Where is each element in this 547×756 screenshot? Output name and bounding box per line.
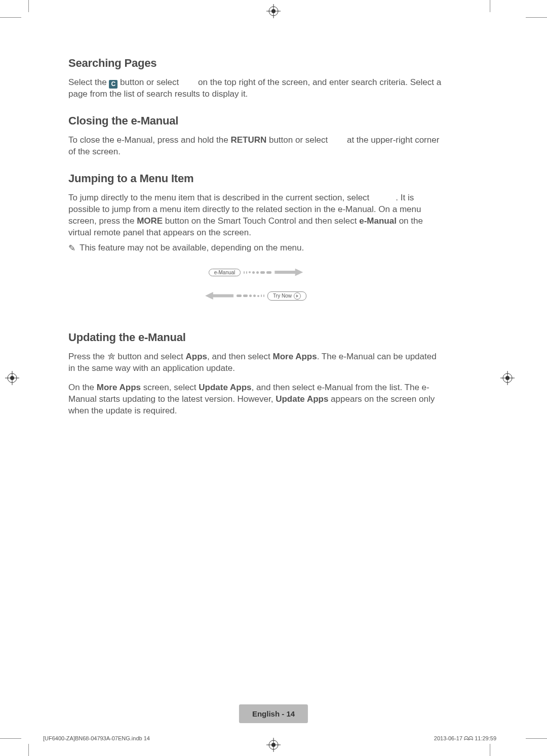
pill-label: Try Now — [273, 293, 292, 299]
crop-mark — [490, 744, 490, 756]
trynow-pill: Try Now — [267, 291, 306, 301]
more-apps-label: More Apps — [97, 383, 141, 392]
print-footer: [UF6400-ZA]BN68-04793A-07ENG.indb 14 201… — [43, 735, 496, 742]
emanual-pill: e-Manual — [209, 269, 241, 276]
text: button or select — [266, 135, 330, 145]
text: button or select — [118, 77, 181, 87]
c-button-icon: C — [109, 80, 118, 89]
arrow-right-icon — [275, 269, 303, 276]
note: ✎ This feature may not be available, dep… — [68, 243, 443, 254]
text: To jump directly to the menu item that i… — [68, 193, 372, 202]
text: On the — [68, 383, 97, 392]
navigation-diagram: e-Manual — [68, 269, 443, 301]
paragraph: To jump directly to the menu item that i… — [68, 192, 443, 239]
paragraph: Press the button and select Apps, and th… — [68, 351, 443, 374]
apps-label: Apps — [185, 352, 207, 361]
heading-searching-pages: Searching Pages — [68, 57, 443, 70]
paragraph: On the More Apps screen, select Update A… — [68, 382, 443, 417]
pill-label: e-Manual — [214, 270, 236, 275]
paragraph: Select the C button or select on the top… — [68, 77, 443, 100]
return-button-label: RETURN — [230, 135, 266, 145]
print-file-label: [UF6400-ZA]BN68-04793A-07ENG.indb 14 — [43, 735, 150, 742]
text: To close the e-Manual, press and hold th… — [68, 135, 230, 145]
crop-mark — [0, 17, 21, 18]
heading-closing-emanual: Closing the e-Manual — [68, 114, 443, 128]
text: button and select — [115, 352, 186, 361]
page-content: Searching Pages Select the C button or s… — [68, 57, 443, 431]
crop-mark — [526, 738, 547, 739]
transition-dots — [244, 271, 271, 274]
text: screen, select — [141, 383, 199, 392]
print-timestamp: 2013-06-17 ᗣᗣ 11:29:59 — [434, 735, 496, 742]
update-apps-label: Update Apps — [199, 383, 251, 392]
more-button-label: MORE — [137, 216, 163, 226]
update-apps-label: Update Apps — [276, 394, 328, 404]
transition-dots — [237, 295, 264, 297]
text: button on the Smart Touch Control and th… — [163, 216, 359, 226]
diagram-row-bottom: Try Now — [205, 291, 306, 301]
text: , and then select — [207, 352, 272, 361]
svg-marker-16 — [108, 353, 114, 359]
heading-jumping-menu: Jumping to a Menu Item — [68, 172, 443, 185]
crop-mark — [526, 17, 547, 18]
text: Select the — [68, 77, 109, 87]
emanual-label: e-Manual — [359, 216, 397, 226]
crop-mark — [28, 0, 29, 12]
paragraph: To close the e-Manual, press and hold th… — [68, 135, 443, 158]
crop-mark — [0, 738, 21, 739]
note-icon: ✎ — [68, 243, 75, 254]
crop-mark — [490, 0, 490, 12]
arrow-left-icon — [205, 292, 233, 300]
page-number-badge: English - 14 — [239, 704, 308, 723]
svg-point-17 — [110, 355, 112, 357]
registration-mark-icon — [266, 4, 281, 18]
diagram-row-top: e-Manual — [209, 269, 303, 276]
play-icon — [294, 292, 301, 300]
more-apps-label: More Apps — [272, 352, 317, 361]
text: Press the — [68, 352, 107, 361]
heading-updating-emanual: Updating the e-Manual — [68, 331, 443, 344]
registration-mark-icon — [5, 371, 19, 385]
smart-hub-icon — [107, 353, 115, 361]
crop-mark — [28, 744, 29, 756]
registration-mark-icon — [500, 371, 515, 385]
note-text: This feature may not be available, depen… — [80, 243, 304, 254]
document-page: Searching Pages Select the C button or s… — [0, 0, 547, 756]
